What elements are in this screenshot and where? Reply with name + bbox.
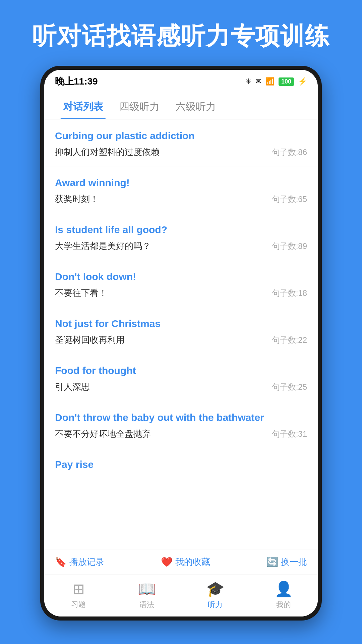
bluetooth-icon: ✳ — [245, 77, 251, 86]
phone-wrapper: 晚上11:39 ✳ ✉ 📶 100 ⚡ 对话列表 四级听力 六级听力 Curbi… — [40, 66, 322, 621]
nav-listening-label: 听力 — [208, 600, 223, 610]
item-row: 不要不分好坏地全盘抛弃 句子数:31 — [55, 428, 307, 440]
status-icons: ✳ ✉ 📶 100 ⚡ — [245, 77, 307, 86]
item-count: 句子数:86 — [272, 147, 307, 158]
item-subtitle: 引人深思 — [55, 381, 90, 393]
history-button[interactable]: 🔖 播放记录 — [55, 556, 104, 568]
item-subtitle: 获奖时刻！ — [55, 193, 99, 205]
item-count: 句子数:31 — [272, 429, 307, 439]
item-title: Not just for Christmas — [55, 317, 307, 331]
favorites-label: 我的收藏 — [175, 556, 210, 568]
list-item[interactable]: Food for thought 引人深思 句子数:25 — [44, 354, 318, 401]
item-subtitle: 抑制人们对塑料的过度依赖 — [55, 146, 160, 158]
favorites-button[interactable]: ❤️ 我的收藏 — [161, 556, 210, 568]
page-header: 听对话找语感听力专项训练 — [0, 0, 362, 66]
nav-listening[interactable]: 🎓 听力 — [181, 580, 249, 610]
listening-icon: 🎓 — [206, 580, 225, 598]
bottom-navigation: ⊞ 习题 📖 语法 🎓 听力 👤 我的 — [44, 575, 318, 616]
grammar-icon: 📖 — [138, 580, 156, 598]
refresh-icon: 🔄 — [266, 556, 278, 568]
item-subtitle: 不要不分好坏地全盘抛弃 — [55, 428, 151, 440]
nav-profile[interactable]: 👤 我的 — [249, 580, 318, 610]
refresh-button[interactable]: 🔄 换一批 — [266, 556, 307, 568]
list-item[interactable]: Curbing our plastic addiction 抑制人们对塑料的过度… — [44, 119, 318, 166]
battery-icon: 100 — [279, 77, 294, 86]
profile-icon: 👤 — [275, 580, 293, 598]
nav-profile-label: 我的 — [276, 600, 291, 610]
item-count: 句子数:18 — [272, 288, 307, 299]
item-row: 抑制人们对塑料的过度依赖 句子数:86 — [55, 146, 307, 158]
item-row: 不要往下看！ 句子数:18 — [55, 287, 307, 299]
message-icon: ✉ — [255, 77, 261, 86]
status-bar: 晚上11:39 ✳ ✉ 📶 100 ⚡ — [44, 70, 318, 91]
item-row: 圣诞树回收再利用 句子数:22 — [55, 334, 307, 346]
nav-exercises[interactable]: ⊞ 习题 — [44, 580, 113, 610]
item-title: Don't look down! — [55, 270, 307, 284]
item-title: Award winning! — [55, 176, 307, 190]
refresh-label: 换一批 — [281, 556, 307, 568]
item-title: Pay rise — [55, 458, 307, 472]
exercises-icon: ⊞ — [72, 580, 85, 597]
item-subtitle: 圣诞树回收再利用 — [55, 334, 125, 346]
list-item[interactable]: Don't look down! 不要往下看！ 句子数:18 — [44, 260, 318, 307]
wifi-icon: 📶 — [265, 77, 275, 86]
nav-grammar[interactable]: 📖 语法 — [113, 580, 181, 610]
item-subtitle: 不要往下看！ — [55, 287, 107, 299]
item-title: Food for thought — [55, 364, 307, 378]
nav-exercises-label: 习题 — [71, 599, 86, 609]
item-count: 句子数:22 — [272, 335, 307, 345]
item-count: 句子数:89 — [272, 241, 307, 252]
item-row: 大学生活都是美好的吗？ 句子数:89 — [55, 240, 307, 252]
nav-grammar-label: 语法 — [139, 600, 154, 610]
charge-icon: ⚡ — [298, 77, 307, 86]
list-content: Curbing our plastic addiction 抑制人们对塑料的过度… — [44, 119, 318, 549]
item-count: 句子数:25 — [272, 382, 307, 392]
tab-cet6[interactable]: 六级听力 — [168, 96, 224, 119]
tab-cet4[interactable]: 四级听力 — [111, 96, 168, 119]
heart-icon: ❤️ — [161, 556, 173, 568]
item-title: Is student life all good? — [55, 223, 307, 237]
item-subtitle: 大学生活都是美好的吗？ — [55, 240, 151, 252]
tab-dialog[interactable]: 对话列表 — [55, 96, 111, 119]
phone-screen: 晚上11:39 ✳ ✉ 📶 100 ⚡ 对话列表 四级听力 六级听力 Curbi… — [44, 70, 318, 616]
bottom-actions: 🔖 播放记录 ❤️ 我的收藏 🔄 换一批 — [44, 549, 318, 575]
item-row: 获奖时刻！ 句子数:65 — [55, 193, 307, 205]
list-item[interactable]: Award winning! 获奖时刻！ 句子数:65 — [44, 166, 318, 213]
bookmark-icon: 🔖 — [55, 556, 67, 568]
page-title: 听对话找语感听力专项训练 — [13, 20, 349, 52]
item-title: Curbing our plastic addiction — [55, 129, 307, 143]
item-row: 引人深思 句子数:25 — [55, 381, 307, 393]
item-title: Don't throw the baby out with the bathwa… — [55, 411, 307, 425]
list-item[interactable]: Not just for Christmas 圣诞树回收再利用 句子数:22 — [44, 307, 318, 354]
tab-navigation: 对话列表 四级听力 六级听力 — [44, 91, 318, 119]
list-item[interactable]: Don't throw the baby out with the bathwa… — [44, 401, 318, 448]
list-item[interactable]: Is student life all good? 大学生活都是美好的吗？ 句子… — [44, 213, 318, 260]
list-item[interactable]: Pay rise — [44, 448, 318, 483]
item-count: 句子数:65 — [272, 194, 307, 205]
status-time: 晚上11:39 — [55, 75, 98, 88]
history-label: 播放记录 — [69, 556, 104, 568]
